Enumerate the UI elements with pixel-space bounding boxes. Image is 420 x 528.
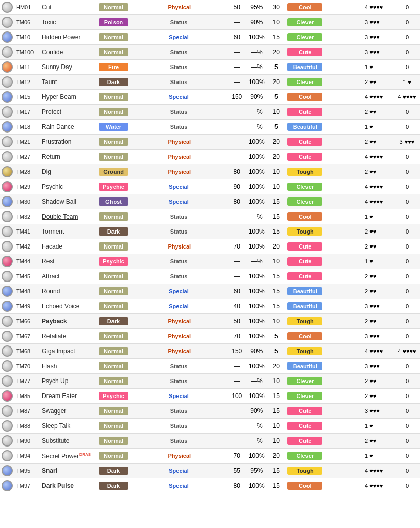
move-accuracy: 100% — [247, 150, 266, 164]
table-row: TM32 Double Team Normal Status — —% 15 C… — [0, 209, 420, 224]
move-pp: 15 — [266, 269, 286, 284]
tm-number: TM67 — [14, 329, 40, 344]
move-power: — — [227, 75, 247, 90]
tm-number: TM87 — [14, 404, 40, 419]
move-contest: Tough — [286, 464, 363, 478]
move-category: Status — [164, 269, 228, 284]
move-type: Normal — [97, 434, 164, 449]
move-icon — [0, 164, 14, 179]
table-row: TM87 Swagger Normal Status — 90% 15 Cute… — [0, 404, 420, 419]
move-name: Snarl — [40, 464, 97, 478]
move-contest: Cute — [286, 269, 363, 284]
move-pp: 5 — [266, 329, 286, 344]
move-category: Status — [164, 359, 228, 374]
move-accuracy: 100% — [247, 284, 266, 299]
move-category: Special — [164, 194, 228, 209]
move-power: — — [227, 45, 247, 60]
move-pp: 10 — [266, 419, 286, 434]
move-icon — [0, 329, 14, 344]
move-pp: 5 — [266, 60, 286, 75]
move-icon — [0, 314, 14, 329]
move-name: Payback — [40, 314, 97, 329]
tm-number: TM18 — [14, 120, 40, 135]
tm-number: TM30 — [14, 194, 40, 209]
move-jam: 0 — [394, 314, 420, 329]
move-pp: 15 — [266, 404, 286, 419]
move-name: Sleep Talk — [40, 419, 97, 434]
move-contest: Cool — [286, 90, 363, 105]
move-accuracy: —% — [247, 254, 266, 269]
move-jam: 0 — [394, 419, 420, 434]
move-type: Dark — [97, 478, 164, 493]
move-accuracy: 100% — [247, 329, 266, 344]
table-row: TM100 Confide Normal Status — —% 20 Cute… — [0, 45, 420, 60]
table-row: TM94 Secret PowerORAS Normal Physical 70… — [0, 449, 420, 464]
move-category: Special — [164, 464, 228, 478]
move-category: Physical — [164, 135, 228, 150]
tm-number: TM94 — [14, 449, 40, 464]
tm-number: TM90 — [14, 434, 40, 449]
move-accuracy: —% — [247, 60, 266, 75]
move-appeal: 2 ♥♥ — [363, 389, 394, 404]
move-category: Special — [164, 90, 228, 105]
move-power: — — [227, 254, 247, 269]
move-accuracy: 100% — [247, 194, 266, 209]
table-row: TM11 Sunny Day Fire Status — —% 5 Beauti… — [0, 60, 420, 75]
tm-number: TM70 — [14, 359, 40, 374]
move-icon — [0, 269, 14, 284]
table-row: TM12 Taunt Dark Status — 100% 20 Clever … — [0, 75, 420, 90]
move-contest: Cute — [286, 254, 363, 269]
move-category: Special — [164, 478, 228, 493]
move-category: Status — [164, 105, 228, 120]
move-name: Protect — [40, 105, 97, 120]
move-accuracy: 100% — [247, 239, 266, 254]
move-name: Dig — [40, 164, 97, 179]
move-icon — [0, 374, 14, 389]
move-pp: 20 — [266, 45, 286, 60]
move-pp: 5 — [266, 120, 286, 135]
move-jam: 0 — [394, 404, 420, 419]
move-icon — [0, 120, 14, 135]
move-contest: Cute — [286, 239, 363, 254]
move-category: Status — [164, 434, 228, 449]
move-icon — [0, 150, 14, 164]
move-icon — [0, 478, 14, 493]
table-row: TM29 Psychic Psychic Special 90 100% 10 … — [0, 179, 420, 194]
move-appeal: 4 ♥♥♥♥ — [363, 194, 394, 209]
move-jam: 0 — [394, 389, 420, 404]
move-pp: 10 — [266, 164, 286, 179]
move-name: Double Team — [40, 209, 97, 224]
move-power: 90 — [227, 179, 247, 194]
move-contest: Clever — [286, 75, 363, 90]
move-contest: Cute — [286, 105, 363, 120]
move-type: Normal — [97, 269, 164, 284]
move-contest: Tough — [286, 164, 363, 179]
move-icon — [0, 389, 14, 404]
move-name: Rain Dance — [40, 120, 97, 135]
move-appeal: 4 ♥♥♥♥ — [363, 0, 394, 15]
move-accuracy: —% — [247, 120, 266, 135]
move-category: Physical — [164, 314, 228, 329]
tm-number: TM97 — [14, 478, 40, 493]
move-jam: 0 — [394, 374, 420, 389]
move-power: — — [227, 269, 247, 284]
table-row: TM48 Round Normal Special 60 100% 15 Bea… — [0, 284, 420, 299]
move-appeal: 2 ♥♥ — [363, 314, 394, 329]
move-type: Normal — [97, 284, 164, 299]
move-jam: 1 ♥ — [394, 75, 420, 90]
move-name: Hidden Power — [40, 30, 97, 45]
move-pp: 10 — [266, 434, 286, 449]
move-pp: 5 — [266, 90, 286, 105]
move-jam: 0 — [394, 359, 420, 374]
move-category: Special — [164, 30, 228, 45]
move-icon — [0, 449, 14, 464]
move-appeal: 2 ♥♥ — [363, 434, 394, 449]
tm-number: TM28 — [14, 164, 40, 179]
move-name: Rest — [40, 254, 97, 269]
move-icon — [0, 344, 14, 359]
move-type: Dark — [97, 224, 164, 239]
move-appeal: 1 ♥ — [363, 254, 394, 269]
table-row: TM68 Giga Impact Normal Physical 150 90%… — [0, 344, 420, 359]
move-type: Psychic — [97, 389, 164, 404]
tm-number: TM100 — [14, 45, 40, 60]
